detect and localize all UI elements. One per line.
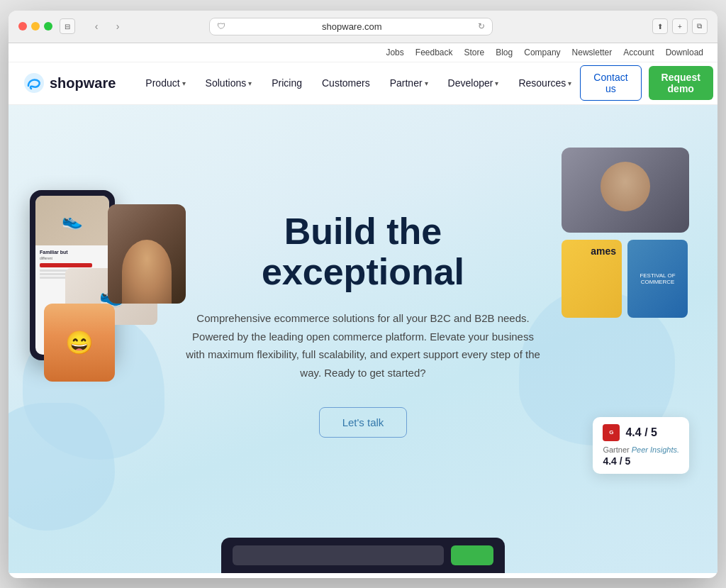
utility-bar: Jobs Feedback Store Blog Company Newslet…	[9, 43, 717, 62]
nav-partner[interactable]: Partner ▾	[381, 72, 437, 94]
phone-sublabel: different	[40, 256, 105, 260]
new-tab-button[interactable]: +	[672, 18, 688, 34]
svg-point-0	[24, 73, 44, 93]
browser-chrome: ⊟ ‹ › 🛡 shopware.com ↻ ⬆ + ⧉	[9, 11, 717, 43]
utility-account[interactable]: Account	[623, 48, 654, 57]
browser-window: ⊟ ‹ › 🛡 shopware.com ↻ ⬆ + ⧉ Jobs	[9, 11, 717, 578]
contact-button[interactable]: Contact us	[580, 65, 641, 101]
minimize-button[interactable]	[31, 22, 40, 30]
utility-jobs[interactable]: Jobs	[386, 48, 403, 57]
browser-nav: ‹ ›	[88, 18, 126, 35]
nav-items: Product ▾ Solutions ▾ Pricing Customers …	[137, 72, 580, 94]
phone-screen-image: 👟	[35, 196, 109, 245]
nav-solutions[interactable]: Solutions ▾	[197, 72, 261, 94]
phone-bar	[40, 263, 92, 267]
nav-product[interactable]: Product ▾	[137, 72, 194, 94]
maximize-button[interactable]	[44, 22, 52, 30]
nav-developer[interactable]: Developer ▾	[440, 72, 508, 94]
shopware-logo-icon	[23, 72, 45, 94]
magazine-yellow: ames	[562, 240, 622, 318]
blob-left-bottom	[9, 403, 115, 531]
traffic-lights	[18, 22, 52, 30]
resources-chevron-icon: ▾	[568, 79, 571, 87]
search-bar-mock	[233, 545, 444, 565]
share-button[interactable]: ⬆	[652, 18, 668, 34]
tabs-button[interactable]: ⧉	[692, 18, 708, 34]
logo-text: shopware	[50, 75, 116, 91]
nav-pricing[interactable]: Pricing	[263, 72, 311, 94]
hero-bottom-bar	[221, 538, 505, 573]
url-text: shopware.com	[230, 21, 474, 32]
security-icon: 🛡	[217, 21, 225, 31]
nav-actions: Contact us Request demo	[580, 65, 713, 101]
developer-chevron-icon: ▾	[495, 79, 498, 87]
gartner-badge: G	[603, 424, 620, 441]
magazine-title: ames	[591, 245, 616, 257]
hero-section: 👟 👟 Familiar but different	[9, 105, 717, 573]
browser-titlebar: ⊟ ‹ › 🛡 shopware.com ↻ ⬆ + ⧉	[9, 11, 717, 43]
logo[interactable]: shopware	[23, 72, 116, 94]
woman-photo	[108, 204, 186, 304]
man-photo	[562, 148, 689, 233]
utility-blog[interactable]: Blog	[496, 48, 513, 57]
nav-resources[interactable]: Resources ▾	[510, 72, 580, 94]
gartner-peer-label: Peer Insights.	[632, 445, 679, 454]
website-content: Jobs Feedback Store Blog Company Newslet…	[9, 43, 717, 573]
utility-newsletter[interactable]: Newsletter	[572, 48, 613, 57]
magazine-row: ames FESTIVAL OF COMMERCE	[562, 240, 703, 318]
forward-button[interactable]: ›	[109, 18, 126, 35]
search-bar-button-mock	[451, 545, 493, 565]
gartner-rating-bottom: 4.4 / 5	[603, 455, 679, 467]
refresh-icon[interactable]: ↻	[478, 21, 485, 31]
utility-download[interactable]: Download	[666, 48, 703, 57]
gartner-card: G 4.4 / 5 Gartner Peer Insights. 4.4 / 5	[593, 417, 689, 474]
magazine-blue: FESTIVAL OF COMMERCE	[627, 240, 688, 318]
gartner-top: G 4.4 / 5	[603, 424, 679, 441]
hero-subtitle: Comprehensive ecommerce solutions for al…	[186, 309, 540, 382]
hero-content: Build the exceptional Comprehensive ecom…	[186, 211, 540, 438]
utility-company[interactable]: Company	[524, 48, 560, 57]
hero-title: Build the exceptional	[186, 211, 540, 292]
magazine-blue-text: FESTIVAL OF COMMERCE	[627, 270, 688, 288]
lets-talk-button[interactable]: Let's talk	[319, 407, 408, 438]
back-button[interactable]: ‹	[88, 18, 105, 35]
phone-label: Familiar but	[40, 250, 105, 255]
gartner-label: Gartner	[603, 445, 629, 454]
right-panel: ames FESTIVAL OF COMMERCE	[562, 148, 703, 318]
black-woman-photo: 😄	[44, 304, 115, 382]
main-nav: shopware Product ▾ Solutions ▾ Pricing C…	[9, 62, 717, 105]
gartner-rating-top: 4.4 / 5	[625, 426, 657, 439]
utility-feedback[interactable]: Feedback	[415, 48, 453, 57]
nav-customers[interactable]: Customers	[313, 72, 379, 94]
close-button[interactable]	[18, 22, 27, 30]
browser-actions: ⬆ + ⧉	[652, 18, 708, 34]
partner-chevron-icon: ▾	[425, 79, 428, 87]
solutions-chevron-icon: ▾	[248, 79, 252, 87]
address-bar[interactable]: 🛡 shopware.com ↻	[209, 18, 493, 35]
demo-button[interactable]: Request demo	[649, 66, 713, 100]
window-layout-button[interactable]: ⊟	[60, 18, 75, 34]
utility-store[interactable]: Store	[464, 48, 485, 57]
product-chevron-icon: ▾	[182, 79, 186, 87]
